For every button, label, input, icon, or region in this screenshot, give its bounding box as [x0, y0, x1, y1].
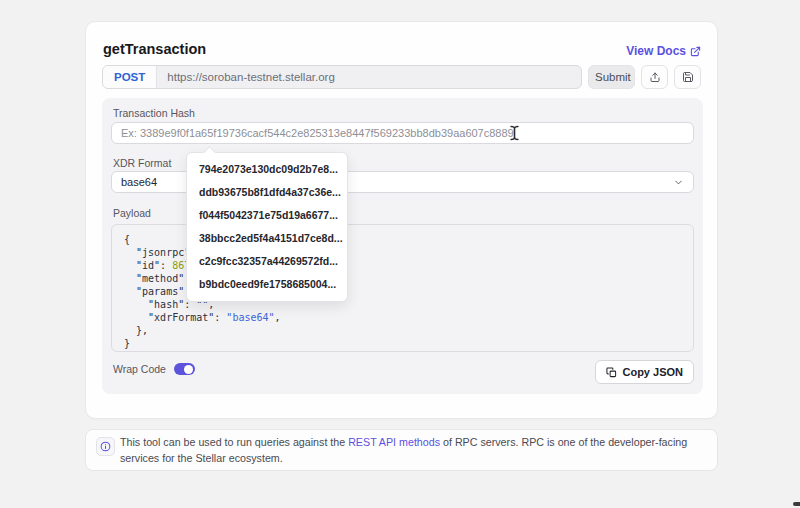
- wrap-code-control: Wrap Code: [113, 363, 195, 375]
- info-note-card: This tool can be used to run queries aga…: [85, 429, 718, 471]
- xdr-format-label: XDR Format: [113, 157, 171, 169]
- request-bar: POST https://soroban-testnet.stellar.org…: [102, 65, 701, 89]
- wrap-code-label: Wrap Code: [113, 363, 166, 375]
- payload-label: Payload: [113, 207, 151, 219]
- page-title: getTransaction: [103, 41, 206, 57]
- chevron-down-icon: [673, 177, 684, 188]
- copy-json-label: Copy JSON: [622, 366, 683, 378]
- text-cursor-icon: [509, 125, 520, 145]
- submit-button[interactable]: Submit: [588, 65, 635, 89]
- endpoint-url-group: POST https://soroban-testnet.stellar.org: [102, 65, 582, 89]
- page: getTransaction View Docs POST https://so…: [0, 0, 800, 508]
- suggestion-item[interactable]: 38bbcc2ed5f4a4151d7ce8d...: [187, 227, 347, 250]
- note-prefix: This tool can be used to run queries aga…: [120, 436, 348, 448]
- endpoint-url-value[interactable]: https://soroban-testnet.stellar.org: [157, 66, 344, 88]
- info-note-text: This tool can be used to run queries aga…: [120, 435, 705, 466]
- toggle-knob: [184, 365, 193, 374]
- view-docs-link[interactable]: View Docs: [626, 44, 701, 58]
- endpoint-card: getTransaction View Docs POST https://so…: [85, 21, 718, 419]
- copy-json-button[interactable]: Copy JSON: [595, 360, 694, 384]
- hash-suggestions-popover: 794e2073e130dc09d2b7e8...ddb93675b8f1dfd…: [186, 152, 348, 302]
- payload-line: },: [124, 324, 681, 337]
- info-icon-box: [96, 437, 115, 456]
- transaction-hash-input[interactable]: [111, 122, 694, 144]
- http-method-badge: POST: [103, 66, 157, 88]
- save-button[interactable]: [674, 65, 701, 89]
- external-link-icon: [690, 46, 701, 57]
- info-icon: [100, 441, 111, 452]
- transaction-hash-label: Transaction Hash: [113, 107, 195, 119]
- screen-artifact: [793, 502, 800, 506]
- wrap-code-toggle[interactable]: [174, 363, 195, 375]
- share-upload-icon: [649, 71, 661, 83]
- payload-line: "xdrFormat": "base64",: [124, 311, 681, 324]
- payload-line: }: [124, 337, 681, 350]
- suggestion-item[interactable]: ddb93675b8f1dfd4a37c36e...: [187, 181, 347, 204]
- share-button[interactable]: [641, 65, 668, 89]
- suggestion-item[interactable]: f044f5042371e75d19a6677...: [187, 204, 347, 227]
- save-icon: [682, 71, 694, 83]
- copy-icon: [606, 367, 617, 378]
- view-docs-label: View Docs: [626, 44, 686, 58]
- suggestion-item[interactable]: 794e2073e130dc09d2b7e8...: [187, 158, 347, 181]
- xdr-format-value: base64: [121, 176, 157, 188]
- suggestion-item[interactable]: b9bdc0eed9fe1758685004...: [187, 273, 347, 296]
- suggestion-item[interactable]: c2c9fcc32357a44269572fd...: [187, 250, 347, 273]
- rest-api-methods-link[interactable]: REST API methods: [348, 436, 440, 448]
